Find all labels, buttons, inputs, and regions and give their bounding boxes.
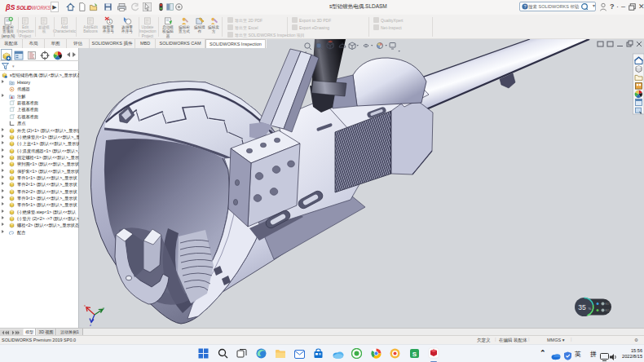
svg-text:x: x: [84, 303, 86, 307]
svg-text:35: 35: [578, 303, 586, 311]
svg-text:y: y: [103, 306, 104, 310]
svg-text:KO: KO: [606, 309, 610, 312]
svg-text:KO: KO: [606, 302, 610, 306]
svg-text:%: %: [589, 307, 592, 311]
svg-text:S: S: [412, 351, 417, 358]
svg-text:z: z: [90, 323, 91, 327]
